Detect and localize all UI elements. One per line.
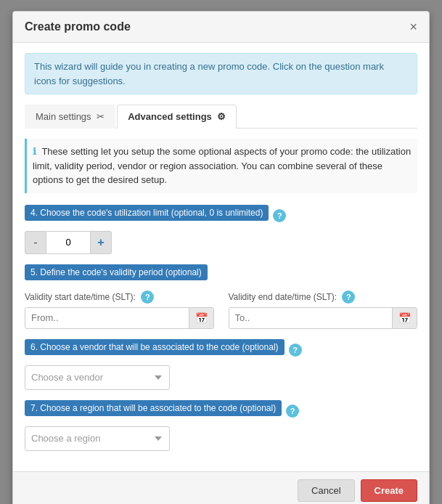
vendor-label: 6. Choose a vendor that will be associat… (25, 339, 285, 355)
utilization-input-group: - + (25, 231, 170, 254)
minus-button[interactable]: - (25, 231, 46, 254)
utilization-label-row: 4. Choose the code's utilization limit (… (25, 205, 417, 227)
validity-label: 5. Define the code's validity period (op… (25, 264, 208, 280)
plus-button[interactable]: + (90, 231, 112, 254)
modal: Create promo code × This wizard will gui… (12, 11, 430, 504)
utilization-input[interactable] (46, 231, 90, 254)
tab-main-label: Main settings (36, 111, 91, 122)
region-label-row: 7. Choose a region that will be associat… (25, 400, 417, 422)
info-icon: ℹ (33, 146, 36, 157)
tab-advanced-settings[interactable]: Advanced settings ⚙ (117, 105, 237, 129)
validity-start-label: Validity start date/time (SLT): ? (25, 290, 214, 304)
vendor-label-row: 6. Choose a vendor that will be associat… (25, 339, 417, 361)
validity-end-help-button[interactable]: ? (342, 290, 355, 304)
validity-start-calendar-button[interactable]: 📅 (189, 308, 213, 328)
region-dropdown-group: Choose a region (25, 426, 417, 451)
vendor-help-button[interactable]: ? (289, 344, 302, 357)
validity-section: 5. Define the code's validity period (op… (25, 264, 417, 329)
tabs: Main settings ✂ Advanced settings ⚙ (25, 105, 417, 129)
validity-row: Validity start date/time (SLT): ? 📅 Vali… (25, 290, 417, 329)
modal-title: Create promo code (25, 20, 131, 33)
cancel-button[interactable]: Cancel (298, 479, 354, 502)
utilization-section: 4. Choose the code's utilization limit (… (25, 205, 417, 254)
modal-footer: Cancel Create (13, 471, 429, 505)
validity-start-input[interactable] (25, 308, 189, 328)
gear-icon: ⚙ (217, 111, 226, 122)
region-section: 7. Choose a region that will be associat… (25, 400, 417, 451)
validity-end-col: Validity end date/time (SLT): ? 📅 (229, 290, 418, 329)
validity-end-calendar-button[interactable]: 📅 (392, 308, 417, 328)
section-description: ℹ These setting let you setup the some o… (25, 139, 417, 193)
vendor-select[interactable]: Choose a vendor (25, 365, 170, 390)
validity-start-col: Validity start date/time (SLT): ? 📅 (25, 290, 214, 329)
create-button[interactable]: Create (361, 479, 417, 502)
modal-header: Create promo code × (13, 12, 429, 43)
scissors-icon: ✂ (97, 111, 105, 122)
info-text: This wizard will guide you in creating a… (25, 53, 417, 94)
validity-end-label: Validity end date/time (SLT): ? (229, 290, 418, 304)
close-button[interactable]: × (409, 20, 417, 33)
region-help-button[interactable]: ? (286, 405, 299, 418)
validity-end-input-group: 📅 (229, 307, 418, 329)
modal-body: This wizard will guide you in creating a… (13, 43, 429, 471)
validity-start-input-group: 📅 (25, 307, 214, 329)
modal-overlay: Create promo code × This wizard will gui… (0, 0, 442, 504)
validity-end-input[interactable] (229, 308, 393, 328)
tab-main-settings[interactable]: Main settings ✂ (25, 105, 115, 129)
validity-start-help-button[interactable]: ? (141, 290, 154, 304)
vendor-section: 6. Choose a vendor that will be associat… (25, 339, 417, 390)
section-desc-text: These setting let you setup the some opt… (33, 146, 411, 185)
vendor-dropdown-group: Choose a vendor (25, 365, 417, 390)
region-label: 7. Choose a region that will be associat… (25, 400, 282, 416)
validity-label-row: 5. Define the code's validity period (op… (25, 264, 417, 286)
utilization-label: 4. Choose the code's utilization limit (… (25, 205, 269, 221)
utilization-help-button[interactable]: ? (273, 209, 286, 222)
tab-advanced-label: Advanced settings (128, 111, 212, 122)
region-select[interactable]: Choose a region (25, 426, 170, 451)
